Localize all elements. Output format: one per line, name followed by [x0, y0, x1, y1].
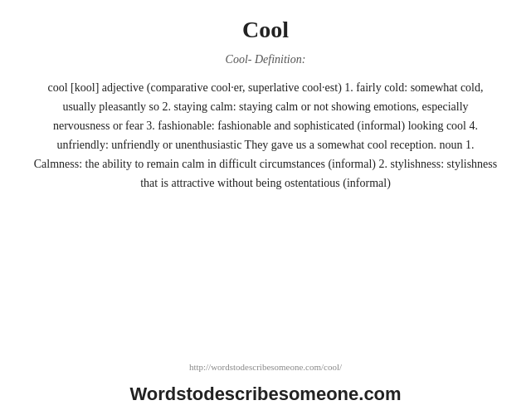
page-title: Cool: [242, 17, 289, 43]
definition-label: Cool- Definition:: [226, 53, 306, 66]
page-container: Cool Cool- Definition: cool [kool] adjec…: [0, 0, 531, 420]
definition-body: cool [kool] adjective (comparative cool·…: [33, 78, 498, 193]
footer-brand[interactable]: Wordstodescribesomeone.com: [129, 383, 401, 405]
footer-url[interactable]: http://wordstodescribesomeone.com/cool/: [189, 362, 342, 372]
